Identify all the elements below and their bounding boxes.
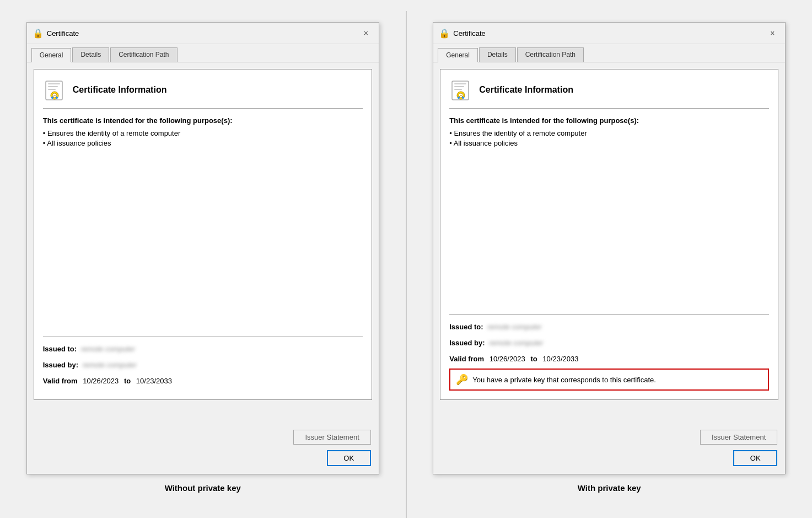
right-cert-title: Certificate Information — [479, 85, 573, 95]
right-title-bar: 🔒 Certificate × — [433, 23, 785, 44]
right-panel-label: With private key — [578, 474, 641, 504]
left-purpose-item-1: Ensures the identity of a remote compute… — [43, 129, 363, 137]
right-tab-details[interactable]: Details — [479, 47, 516, 62]
right-valid-to-value: 10/23/2033 — [542, 355, 578, 363]
left-issued-by-value: remote computer — [83, 361, 137, 369]
svg-point-15 — [462, 97, 464, 99]
left-valid-to-label: to — [124, 377, 131, 385]
right-window-footer: Issuer Statement — [433, 424, 785, 450]
right-purpose-title: This certificate is intended for the fol… — [449, 116, 769, 125]
right-window: 🔒 Certificate × General Details Certific… — [433, 22, 786, 474]
right-tab-general[interactable]: General — [438, 48, 478, 62]
right-valid-from: Valid from 10/26/2023 to 10/23/2033 — [449, 355, 769, 363]
left-window: 🔒 Certificate × General Details Certific… — [26, 22, 379, 474]
right-valid-from-label: Valid from — [449, 355, 484, 363]
left-panel-label: Without private key — [165, 474, 241, 504]
right-cert-icon — [449, 78, 472, 102]
right-issuer-statement-button[interactable]: Issuer Statement — [700, 430, 777, 445]
right-issued-by: Issued by: remote computer — [449, 339, 769, 347]
svg-point-6 — [51, 97, 53, 99]
left-window-title: Certificate — [47, 29, 356, 38]
left-window-footer: Issuer Statement — [27, 424, 379, 450]
svg-rect-9 — [454, 83, 466, 84]
left-valid-from: Valid from 10/26/2023 to 10/23/2033 — [43, 377, 363, 385]
svg-rect-10 — [454, 86, 464, 87]
left-cert-info-section: Issued to: remote computer Issued by: re… — [43, 337, 363, 391]
right-cert-header: Certificate Information — [449, 78, 769, 109]
right-panel: 🔒 Certificate × General Details Certific… — [407, 11, 813, 518]
left-valid-to-value: 10/23/2033 — [136, 377, 172, 385]
svg-point-14 — [458, 97, 460, 99]
right-tab-certification-path[interactable]: Certification Path — [517, 47, 584, 62]
left-issued-to-label: Issued to: — [43, 345, 77, 353]
left-tab-details[interactable]: Details — [72, 47, 109, 62]
left-cert-box: Certificate Information This certificate… — [34, 69, 372, 400]
left-purpose-title: This certificate is intended for the fol… — [43, 116, 363, 125]
left-purpose-item-2: All issuance policies — [43, 139, 363, 147]
right-issued-to-value: remote computer — [487, 323, 541, 331]
svg-point-7 — [56, 97, 58, 99]
left-content-area: Certificate Information This certificate… — [27, 62, 379, 424]
left-cert-icon — [43, 78, 66, 102]
left-tab-general[interactable]: General — [31, 48, 72, 62]
svg-rect-3 — [48, 89, 56, 90]
right-valid-to-label: to — [530, 355, 537, 363]
right-issued-to: Issued to: remote computer — [449, 323, 769, 331]
right-issued-by-label: Issued by: — [449, 339, 485, 347]
right-purpose-item-2: All issuance policies — [449, 139, 769, 147]
page-container: 🔒 Certificate × General Details Certific… — [0, 11, 812, 518]
right-cert-title-icon: 🔒 — [439, 28, 450, 39]
right-valid-from-value: 10/26/2023 — [490, 355, 525, 363]
svg-rect-2 — [48, 86, 58, 87]
svg-rect-11 — [454, 89, 462, 90]
left-valid-from-value: 10/26/2023 — [83, 377, 119, 385]
right-close-button[interactable]: × — [765, 27, 779, 39]
left-tab-bar: General Details Certification Path — [27, 44, 379, 62]
right-tab-bar: General Details Certification Path — [433, 44, 785, 62]
left-issued-by-label: Issued by: — [43, 361, 78, 369]
right-cert-box: Certificate Information This certificate… — [440, 69, 778, 400]
left-cert-title-icon: 🔒 — [33, 28, 44, 39]
right-content-area: Certificate Information This certificate… — [433, 62, 785, 424]
left-valid-from-label: Valid from — [43, 377, 78, 385]
key-icon: 🔑 — [456, 373, 468, 386]
left-cert-header: Certificate Information — [43, 78, 363, 109]
left-close-button[interactable]: × — [359, 27, 373, 39]
private-key-message: You have a private key that corresponds … — [472, 376, 656, 384]
left-issued-by: Issued by: remote computer — [43, 361, 363, 369]
left-issued-to: Issued to: remote computer — [43, 345, 363, 353]
right-cert-info-section: Issued to: remote computer Issued by: re… — [449, 314, 769, 391]
private-key-notice: 🔑 You have a private key that correspond… — [449, 369, 769, 391]
left-title-bar: 🔒 Certificate × — [27, 23, 379, 44]
right-purpose-item-1: Ensures the identity of a remote compute… — [449, 129, 769, 137]
left-panel: 🔒 Certificate × General Details Certific… — [0, 11, 406, 518]
left-issuer-statement-button[interactable]: Issuer Statement — [293, 430, 370, 445]
right-issued-to-label: Issued to: — [449, 323, 483, 331]
left-tab-certification-path[interactable]: Certification Path — [110, 47, 177, 62]
right-purpose-list: Ensures the identity of a remote compute… — [449, 129, 769, 149]
right-issued-by-value: remote computer — [489, 339, 543, 347]
left-purpose-list: Ensures the identity of a remote compute… — [43, 129, 363, 149]
svg-rect-1 — [48, 83, 60, 84]
right-window-title: Certificate — [453, 29, 762, 38]
left-cert-title: Certificate Information — [73, 85, 167, 95]
right-ok-button[interactable]: OK — [733, 450, 777, 466]
left-issued-to-value: remote computer — [81, 345, 135, 353]
left-ok-button[interactable]: OK — [327, 450, 371, 466]
